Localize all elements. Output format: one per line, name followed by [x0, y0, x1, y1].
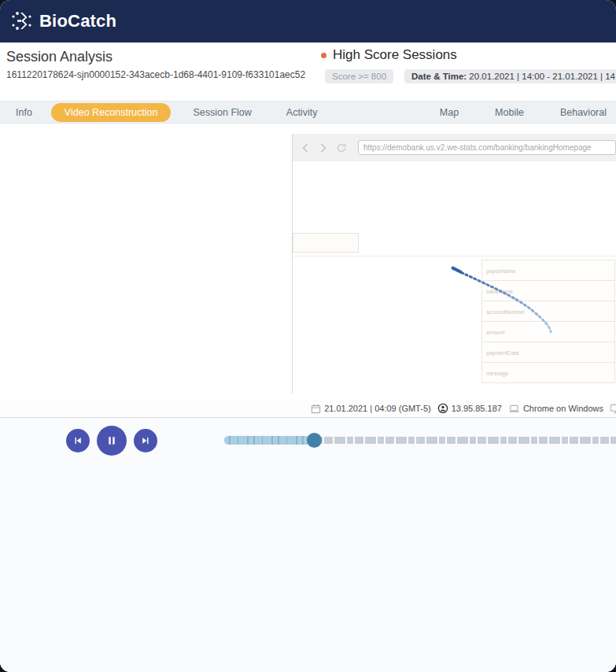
- datetime-value: 20.01.2021 | 14:00 - 21.01.2021 | 14:57: [469, 72, 616, 81]
- laptop-icon: [508, 404, 520, 414]
- biocatch-logo-icon: [10, 9, 34, 33]
- video-timeline[interactable]: [224, 436, 616, 445]
- brand: BioCatch: [10, 9, 116, 33]
- form-field-paymentDate: paymentDate: [481, 342, 615, 363]
- title-bar: Session Analysis 1611220178624-sjn000015…: [0, 42, 616, 101]
- tab-video-reconstruction[interactable]: Video Reconstruction: [51, 103, 172, 122]
- page-element-box: [293, 233, 359, 253]
- tab-info[interactable]: Info: [8, 107, 40, 118]
- datetime-filter-badge: Date & Time: 20.01.2021 | 14:00 - 21.01.…: [404, 69, 616, 83]
- app-window: BioCatch Session Analysis 1611220178624-…: [0, 0, 616, 672]
- score-filter-badge: Score >= 800: [325, 69, 393, 83]
- skip-forward-button[interactable]: [134, 429, 157, 452]
- high-score-dot-icon: [321, 53, 326, 58]
- browser-reload-icon[interactable]: [336, 142, 347, 153]
- browser-toolbar: [293, 134, 616, 161]
- app-header: BioCatch: [0, 0, 616, 42]
- tab-map[interactable]: Map: [432, 107, 467, 118]
- playback-controls: [66, 426, 157, 456]
- tab-session-flow[interactable]: Session Flow: [185, 107, 259, 118]
- user-ip-icon: [437, 403, 448, 414]
- browser-forward-icon[interactable]: [318, 142, 329, 153]
- browser-url-input[interactable]: [358, 140, 616, 155]
- status-ip: 13.95.85.187: [437, 403, 502, 414]
- page-divider: [293, 256, 616, 257]
- timeline-played: [224, 436, 314, 445]
- playback-area: [0, 418, 616, 672]
- brand-name: BioCatch: [39, 11, 116, 31]
- monitor-icon: [610, 404, 616, 414]
- replayed-browser-panel: payeeName bankName accountNumber amount …: [292, 134, 616, 393]
- form-field-amount: amount: [481, 321, 615, 342]
- tab-mobile[interactable]: Mobile: [487, 107, 532, 118]
- tab-bar: Info Video Reconstruction Session Flow A…: [0, 101, 616, 124]
- filter-title: High Score Sessions: [333, 47, 457, 63]
- calendar-icon: [311, 404, 321, 414]
- session-block: Session Analysis 1611220178624-sjn000015…: [6, 49, 305, 80]
- status-screen: [610, 404, 616, 414]
- session-id: 1611220178624-sjn0000152-343acecb-1d68-4…: [6, 69, 305, 80]
- status-device: Chrome on Windows: [508, 404, 603, 414]
- replayed-page-viewport: payeeName bankName accountNumber amount …: [293, 161, 616, 393]
- status-datetime: 21.01.2021 | 04:09 (GMT-5): [311, 404, 431, 414]
- tab-activity[interactable]: Activity: [278, 107, 326, 118]
- filter-block: High Score Sessions Score >= 800 Date & …: [321, 47, 616, 83]
- datetime-label: Date & Time:: [411, 72, 467, 81]
- form-field-bankName: bankName: [481, 280, 615, 301]
- payment-form: payeeName bankName accountNumber amount …: [481, 260, 615, 383]
- session-status-bar: 21.01.2021 | 04:09 (GMT-5) 13.95.85.187 …: [0, 400, 616, 418]
- form-field-message: message: [481, 362, 615, 383]
- pause-button[interactable]: [97, 426, 127, 456]
- skip-back-button[interactable]: [66, 429, 90, 452]
- form-field-accountNumber: accountNumber: [481, 301, 615, 322]
- video-reconstruction-content: payeeName bankName accountNumber amount …: [0, 124, 616, 400]
- form-field-payeeName: payeeName: [481, 260, 615, 281]
- timeline-handle[interactable]: [307, 433, 322, 448]
- tab-behavioral[interactable]: Behavioral: [552, 107, 614, 118]
- page-title: Session Analysis: [6, 49, 305, 65]
- browser-back-icon[interactable]: [300, 142, 311, 153]
